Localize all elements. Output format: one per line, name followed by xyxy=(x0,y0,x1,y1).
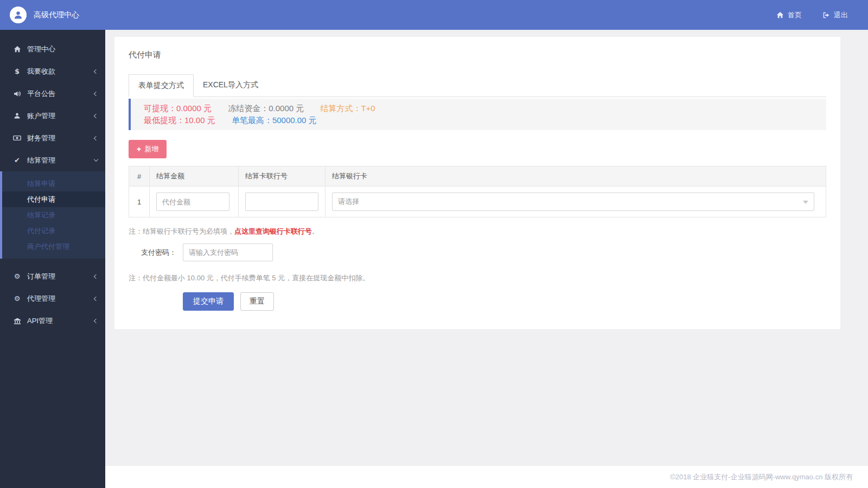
bank-code-lookup-link[interactable]: 点这里查询银行卡联行号 xyxy=(234,227,312,235)
user-icon xyxy=(12,112,22,119)
home-label: 首页 xyxy=(788,10,802,20)
note-text: 注：结算银行卡联行号为必填项， xyxy=(129,227,234,235)
sidebar-item-settlement[interactable]: ✔ 结算管理 xyxy=(0,149,105,171)
tab-excel-import[interactable]: EXCEL导入方式 xyxy=(194,74,267,97)
max-single: 单笔最高：50000.00 元 xyxy=(232,115,317,125)
chevron-left-icon xyxy=(94,136,98,140)
copyright-text: ©2018 企业猫支付-企业猫源码网-www.qymao.cn 版权所有 xyxy=(670,473,853,481)
page-title: 代付申请 xyxy=(129,50,826,60)
sidebar-item-label: 账户管理 xyxy=(27,111,94,121)
sidebar-item-agents[interactable]: ⚙ 代理管理 xyxy=(0,287,105,310)
gears-icon: ⚙ xyxy=(12,272,22,280)
sidebar-item-label: API管理 xyxy=(27,316,94,326)
frozen-funds: 冻结资金：0.0000 元 xyxy=(228,104,304,113)
bank-card-select[interactable]: 请选择 xyxy=(332,192,814,211)
submenu-item-merchant-payout[interactable]: 商户代付管理 xyxy=(2,239,105,254)
chevron-left-icon xyxy=(94,296,98,300)
password-label: 支付密码： xyxy=(129,248,183,258)
submenu-item-payout-records[interactable]: 代付记录 xyxy=(2,223,105,239)
sidebar-item-label: 管理中心 xyxy=(27,44,98,54)
submenu-item-payout-apply[interactable]: 代付申请 xyxy=(2,191,105,207)
submenu-item-settle-records[interactable]: 结算记录 xyxy=(2,207,105,223)
sidebar-item-finance[interactable]: 财务管理 xyxy=(0,127,105,149)
sidebar-item-label: 代理管理 xyxy=(27,294,94,304)
sidebar-item-label: 平台公告 xyxy=(27,89,94,99)
sidebar-item-collect[interactable]: $ 我要收款 xyxy=(0,60,105,82)
sign-out-icon xyxy=(822,11,830,19)
form-actions: 提交申请 重置 xyxy=(129,292,826,311)
row-index: 1 xyxy=(129,187,150,217)
summary-line-1: 可提现：0.0000 元 冻结资金：0.0000 元 结算方式：T+0 xyxy=(144,102,813,114)
note-suffix: 。 xyxy=(312,227,319,235)
col-bank-card: 结算银行卡 xyxy=(326,166,826,187)
logout-link[interactable]: 退出 xyxy=(812,0,858,30)
check-icon: ✔ xyxy=(12,156,22,164)
sidebar-item-dashboard[interactable]: 管理中心 xyxy=(0,38,105,60)
home-icon xyxy=(12,46,22,53)
settlement-submenu: 结算申请 代付申请 结算记录 代付记录 商户代付管理 xyxy=(0,171,105,259)
sidebar-item-label: 订单管理 xyxy=(27,272,94,281)
chevron-left-icon xyxy=(94,113,98,118)
chevron-left-icon xyxy=(94,318,98,323)
money-icon xyxy=(12,134,22,142)
settle-mode: 结算方式：T+0 xyxy=(320,104,375,113)
footer: ©2018 企业猫支付-企业猫源码网-www.qymao.cn 版权所有 xyxy=(105,465,868,488)
plus-icon: + xyxy=(137,145,141,153)
brand-title: 高级代理中心 xyxy=(34,10,79,20)
bank-card-select-value: 请选择 xyxy=(338,197,359,207)
payout-table: # 结算金额 结算卡联行号 结算银行卡 1 请选择 xyxy=(129,166,826,217)
gears-icon: ⚙ xyxy=(12,294,22,303)
table-row: 1 请选择 xyxy=(129,187,826,217)
table-header-row: # 结算金额 结算卡联行号 结算银行卡 xyxy=(129,166,826,187)
summary-line-2: 最低提现：10.00 元 单笔最高：50000.00 元 xyxy=(144,114,813,126)
tab-bar: 表单提交方式 EXCEL导入方式 xyxy=(129,74,826,97)
chevron-left-icon xyxy=(94,274,98,278)
user-avatar-icon[interactable] xyxy=(10,7,27,23)
sidebar-item-label: 结算管理 xyxy=(27,156,94,165)
password-row: 支付密码： xyxy=(129,243,826,261)
sidebar-item-account[interactable]: 账户管理 xyxy=(0,105,105,127)
sidebar-item-label: 我要收款 xyxy=(27,67,94,76)
caret-down-icon xyxy=(803,201,808,204)
fee-note: 注：代付金额最小 10.00 元，代付手续费单笔 5 元，直接在提现金额中扣除。 xyxy=(129,273,826,283)
pay-password-input[interactable] xyxy=(183,243,273,261)
bank-code-input[interactable] xyxy=(245,192,318,211)
bank-code-note: 注：结算银行卡联行号为必填项，点这里查询银行卡联行号。 xyxy=(129,227,826,236)
submenu-item-settle-apply[interactable]: 结算申请 xyxy=(2,176,105,191)
reset-button[interactable]: 重置 xyxy=(240,292,274,311)
submit-button[interactable]: 提交申请 xyxy=(183,292,234,311)
col-bank-code: 结算卡联行号 xyxy=(239,166,326,187)
sidebar-item-label: 财务管理 xyxy=(27,133,94,143)
col-index: # xyxy=(129,166,150,187)
bullhorn-icon xyxy=(12,90,22,98)
home-link[interactable]: 首页 xyxy=(766,0,812,30)
add-row-button[interactable]: + 新增 xyxy=(129,140,167,158)
sidebar-item-announcements[interactable]: 平台公告 xyxy=(0,82,105,105)
bank-icon xyxy=(12,317,22,325)
min-withdraw: 最低提现：10.00 元 xyxy=(144,115,215,125)
home-icon xyxy=(776,11,784,19)
sidebar: 管理中心 $ 我要收款 平台公告 账户管理 xyxy=(0,30,105,488)
amount-input[interactable] xyxy=(156,192,229,211)
sidebar-item-api[interactable]: API管理 xyxy=(0,310,105,332)
col-amount: 结算金额 xyxy=(150,166,239,187)
chevron-down-icon xyxy=(94,157,98,162)
available-balance: 可提现：0.0000 元 xyxy=(144,104,212,113)
chevron-left-icon xyxy=(94,91,98,95)
logout-label: 退出 xyxy=(834,10,848,20)
chevron-left-icon xyxy=(94,69,98,73)
add-row-label: 新增 xyxy=(144,144,158,154)
brand: 高级代理中心 xyxy=(0,7,105,23)
dollar-icon: $ xyxy=(12,67,22,75)
balance-summary: 可提现：0.0000 元 冻结资金：0.0000 元 结算方式：T+0 最低提现… xyxy=(129,99,826,130)
sidebar-item-orders[interactable]: ⚙ 订单管理 xyxy=(0,265,105,287)
top-header: 高级代理中心 首页 退出 xyxy=(0,0,868,30)
payout-apply-card: 代付申请 表单提交方式 EXCEL导入方式 可提现：0.0000 元 冻结资金：… xyxy=(114,37,840,329)
tab-form-submit[interactable]: 表单提交方式 xyxy=(129,74,194,97)
main-content: 代付申请 表单提交方式 EXCEL导入方式 可提现：0.0000 元 冻结资金：… xyxy=(105,30,868,488)
